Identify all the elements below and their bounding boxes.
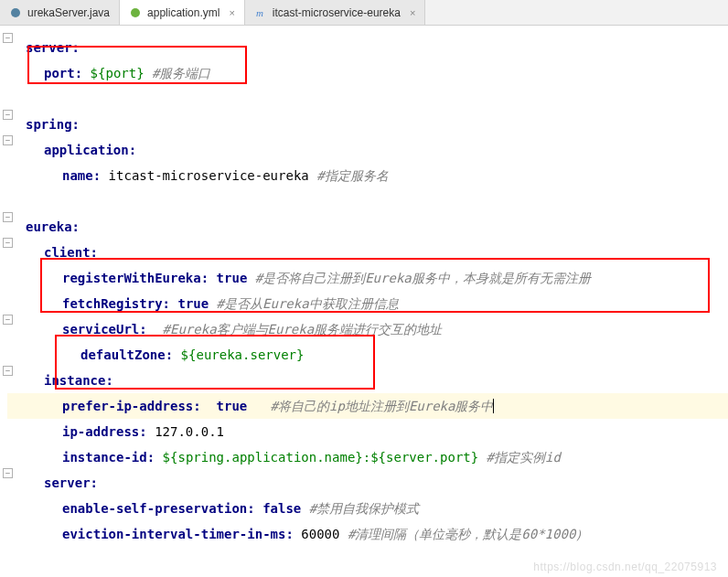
yaml-val: ${spring.application.name}:${server.port… — [163, 450, 479, 465]
yaml-val-port: ${port} — [91, 66, 145, 80]
svg-text:m: m — [256, 7, 263, 18]
yaml-key-eureka: eureka: — [26, 219, 80, 234]
yaml-key-instanceId: instance-id: — [62, 450, 155, 465]
yaml-val-name: itcast-microservice-eureka — [109, 168, 309, 183]
yaml-val: true — [217, 399, 248, 413]
code-editor[interactable]: − server: port: ${port} #服务端口 − spring: … — [0, 26, 728, 556]
yaml-key-application: application: — [44, 143, 136, 157]
text-cursor — [493, 399, 494, 413]
yaml-val: 60000 — [301, 527, 339, 541]
svg-point-0 — [11, 8, 20, 17]
tab-itcast-microservice[interactable]: m itcast-microservice-eureka × — [245, 0, 425, 25]
yaml-val: true — [177, 296, 209, 311]
tab-application-yml[interactable]: application.yml × — [120, 0, 245, 25]
yaml-key-name: name: — [62, 168, 101, 183]
java-icon — [9, 6, 22, 19]
yaml-comment: #指定实例id — [487, 450, 561, 465]
yaml-key-registerWithEureka: registerWithEureka: — [62, 271, 209, 285]
yaml-key-client: client: — [44, 245, 98, 260]
yaml-key-port: port: — [44, 66, 82, 80]
close-icon[interactable]: × — [229, 7, 234, 18]
svg-point-1 — [131, 8, 140, 17]
yaml-key-server2: server: — [44, 475, 98, 490]
yaml-val: false — [262, 501, 301, 516]
yaml-key-serviceUrl: serviceUrl: — [62, 322, 147, 337]
tab-bar: urekaServer.java application.yml × m itc… — [0, 0, 728, 26]
yaml-key-fetchRegistry: fetchRegistry: — [62, 296, 170, 311]
yaml-key-ipAddress: ip-address: — [62, 424, 147, 439]
yaml-key-eviction: eviction-interval-timer-in-ms: — [62, 527, 294, 541]
yaml-comment: #清理间隔（单位毫秒，默认是60*1000） — [348, 527, 588, 541]
yaml-comment: #是否从Eureka中获取注册信息 — [217, 296, 399, 311]
close-icon[interactable]: × — [410, 7, 415, 18]
maven-icon: m — [254, 6, 267, 19]
yaml-key-defaultZone: defaultZone: — [80, 347, 173, 362]
yaml-key-enableSelfPres: enable-self-preservation: — [62, 501, 255, 516]
tab-label: application.yml — [147, 6, 219, 19]
yaml-comment: #服务端口 — [152, 66, 210, 80]
yaml-key-spring: spring: — [26, 117, 80, 132]
yaml-val: true — [217, 271, 248, 285]
tab-label: itcast-microservice-eureka — [273, 6, 401, 19]
yaml-val: ${eureka.server} — [181, 347, 305, 362]
yaml-val: 127.0.0.1 — [155, 424, 224, 439]
spring-icon — [129, 6, 142, 19]
watermark: https://blog.csdn.net/qq_22075913 — [533, 561, 717, 573]
yaml-comment: #禁用自我保护模式 — [309, 501, 419, 516]
yaml-comment: #指定服务名 — [316, 168, 388, 183]
yaml-comment: #Eureka客户端与Eureka服务端进行交互的地址 — [163, 322, 443, 337]
yaml-key-preferIp: prefer-ip-address: — [62, 399, 201, 413]
yaml-comment: #将自己的ip地址注册到Eureka服务中 — [271, 399, 494, 413]
tab-eureka-server-java[interactable]: urekaServer.java — [0, 0, 120, 25]
tab-label: urekaServer.java — [27, 6, 110, 19]
yaml-key-server: server: — [26, 40, 80, 55]
yaml-comment: #是否将自己注册到Eureka服务中，本身就是所有无需注册 — [255, 271, 591, 285]
yaml-key-instance: instance: — [44, 373, 113, 388]
